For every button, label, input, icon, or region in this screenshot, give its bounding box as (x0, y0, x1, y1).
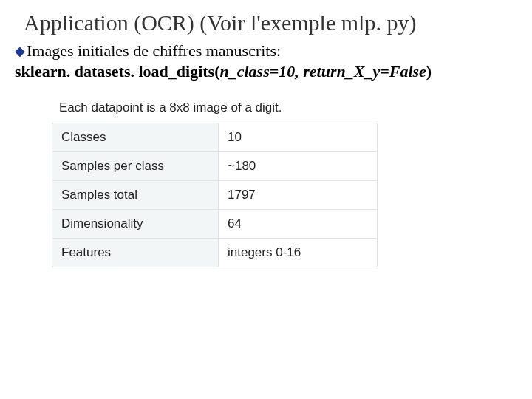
table-key: Features (52, 239, 219, 267)
code-args: n_class=10, return_X_y=False (219, 62, 426, 81)
table-row: Dimensionality 64 (52, 210, 378, 239)
slide-title: Application (OCR) (Voir l'exemple mlp. p… (24, 10, 517, 35)
code-call: sklearn. datasets. load_digits(n_class=1… (15, 62, 517, 81)
table-val: 10 (219, 123, 378, 152)
table-row: Features integers 0-16 (52, 239, 378, 267)
table-key: Dimensionality (52, 210, 219, 239)
table-val: ~180 (219, 152, 378, 181)
table-row: Samples per class ~180 (52, 152, 378, 181)
table-row: Samples total 1797 (52, 181, 378, 210)
table-key: Classes (52, 123, 219, 152)
table-key: Samples per class (52, 152, 219, 181)
dataset-table-wrap: Each datapoint is a 8x8 image of a digit… (52, 95, 517, 267)
code-suffix: ) (426, 62, 432, 81)
table-val: 1797 (219, 181, 378, 210)
bullet-line: ◆Images initiales de chiffres manuscrits… (15, 41, 517, 61)
table-val: 64 (219, 210, 378, 239)
table-row: Classes 10 (52, 123, 378, 152)
table-caption: Each datapoint is a 8x8 image of a digit… (52, 95, 517, 123)
table-val: integers 0-16 (219, 239, 378, 267)
table-key: Samples total (52, 181, 219, 210)
dataset-table: Classes 10 Samples per class ~180 Sample… (52, 123, 378, 267)
bullet-icon: ◆ (15, 44, 25, 58)
bullet-text: Images initiales de chiffres manuscrits: (27, 41, 281, 60)
code-prefix: sklearn. datasets. load_digits( (15, 62, 219, 81)
